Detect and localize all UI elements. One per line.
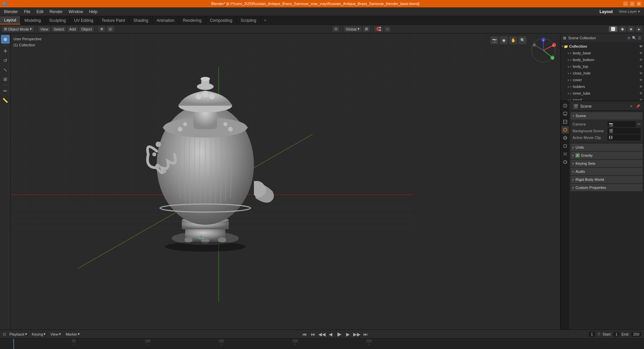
tab-rendering[interactable]: Rendering [179,16,206,24]
play-button[interactable]: ▶ [336,331,343,338]
proportional-edit-button[interactable]: ⊙ [332,26,339,32]
select-menu-button[interactable]: Select [52,27,66,32]
navigation-gizmo[interactable]: X Z Y [530,37,557,64]
item-visibility-icon[interactable]: 👁 [639,85,643,89]
menu-edit[interactable]: Edit [34,9,46,15]
outliner-filter-type-button[interactable]: ☰ [638,36,641,40]
world-props-tab[interactable] [561,134,569,142]
view-layer-props-tab[interactable] [561,118,569,126]
active-clip-field[interactable]: 🎞 [607,135,641,141]
outliner-item-close-hole[interactable]: ▸ ▿ close_hole 👁 [560,70,644,77]
move-view-button[interactable]: ✋ [509,36,517,44]
outliner-item-body-bottom[interactable]: ▸ ▿ body_bottom 👁 [560,56,644,63]
minimize-button[interactable]: – [623,1,628,6]
close-button[interactable]: ✕ [637,1,641,6]
snap-button[interactable]: 🧲 [374,26,383,32]
item-visibility-icon[interactable]: 👁 [639,71,643,75]
props-pin-button[interactable]: 📌 [636,104,640,108]
prev-frame-step-button[interactable]: ◀ [327,331,334,338]
viewport-3d[interactable]: User Perspective (1) Collection X Z [11,34,560,330]
tab-uv-editing[interactable]: UV Editing [70,16,98,24]
outliner-item-body-base[interactable]: ▸ ▿ body_base 👁 [560,50,644,56]
item-visibility-icon[interactable]: 👁 [639,51,643,55]
props-close-button[interactable]: ✕ [630,104,633,108]
playback-menu[interactable]: Playback ▾ [8,332,29,337]
render-preview-button[interactable]: ◉ [500,36,508,44]
tab-sculpting[interactable]: Sculpting [45,16,70,24]
next-frame-step-button[interactable]: ▶ [345,331,352,338]
outliner-search-button[interactable]: 🔍 [632,36,637,40]
bg-scene-field[interactable]: 🎬 [607,128,641,134]
shading-render[interactable]: ● [636,27,642,32]
scene-props-tab[interactable] [561,126,569,134]
tab-modeling[interactable]: Modeling [20,16,45,24]
cursor-tool-button[interactable]: ⊕ [1,35,10,44]
add-workspace-button[interactable]: + [261,16,270,24]
next-keyframe-button[interactable]: ⏭ [362,331,369,338]
item-visibility-icon[interactable]: 👁 [639,65,643,68]
camera-field[interactable]: 📷 [607,121,636,127]
end-frame-field[interactable]: 250 [631,332,641,337]
gravity-section-header[interactable]: ▸ ✓ Gravity [571,152,643,159]
measure-tool-button[interactable]: 📏 [1,96,10,105]
shading-solid[interactable]: ◉ [619,26,626,32]
tab-shading[interactable]: Shading [129,16,153,24]
object-props-tab[interactable] [561,142,569,150]
tab-layout[interactable]: Layout [0,16,20,24]
transform-pivot-button[interactable]: ⊞ [363,26,370,32]
add-menu-button[interactable]: Add [67,27,78,32]
output-props-tab[interactable] [561,110,569,117]
transform-tool-button[interactable]: ⊞ [1,75,10,84]
prev-keyframe-button[interactable]: ⏭ [310,331,317,338]
object-menu-button[interactable]: Object [79,27,94,32]
view-menu-timeline[interactable]: View ▾ [49,332,62,337]
tab-texture-paint[interactable]: Texture Paint [98,16,129,24]
shading-material[interactable]: ◈ [628,26,634,32]
overlay-button[interactable]: ◎ [107,26,114,32]
move-tool-button[interactable]: ✛ [1,47,10,55]
physics-props-tab[interactable] [561,158,569,166]
jump-start-button[interactable]: ⏮ [301,331,308,338]
editor-type-button[interactable]: ⊞ Object Mode ▾ [2,26,34,32]
outliner-item-holders[interactable]: ▸ ▿ holders 👁 [560,83,644,90]
menu-help[interactable]: Help [86,9,100,15]
item-visibility-icon[interactable]: 👁 [639,78,643,82]
start-frame-field[interactable]: 1 [613,332,620,337]
render-props-tab[interactable] [561,102,569,109]
viewport-gizmos-button[interactable]: ⊕ [98,26,105,32]
keying-sets-header[interactable]: ▸ Keying Sets [571,160,643,167]
global-transform-button[interactable]: Global ▾ [344,26,362,32]
item-visibility-icon[interactable]: 👁 [639,98,643,101]
menu-render[interactable]: Render [47,9,65,15]
tab-animation[interactable]: Animation [153,16,179,24]
rigid-body-header[interactable]: ▸ Rigid Body World [571,176,643,183]
view-layer-btn[interactable]: View Layer ▾ [616,9,643,14]
view-menu-button[interactable]: View [38,27,50,32]
gravity-checkbox[interactable]: ✓ [576,153,580,157]
outliner-item-inner-tube[interactable]: ▸ ▿ inner_tube 👁 [560,90,644,97]
outliner-item-spout[interactable]: ▸ ▿ spout 👁 [560,97,644,101]
particles-props-tab[interactable] [561,150,569,158]
collection-visibility-icon[interactable]: 👁 [639,45,643,48]
annotate-tool-button[interactable]: ✏ [1,87,10,95]
item-visibility-icon[interactable]: 👁 [639,58,643,62]
prev-frame-button[interactable]: ◀◀ [319,331,325,338]
tab-scripting[interactable]: Scripting [236,16,261,24]
outliner-item-body-top[interactable]: ▸ ▿ body_top 👁 [560,63,644,70]
keying-menu[interactable]: Keying ▾ [31,332,47,337]
scale-tool-button[interactable]: ⤡ [1,65,10,74]
tab-compositing[interactable]: Compositing [206,16,237,24]
outliner-collection[interactable]: ▾ 📁 Collection 👁 [560,43,644,50]
custom-props-header[interactable]: ▸ Custom Properties [571,184,643,191]
camera-view-button[interactable]: 📷 [490,36,498,44]
current-frame-field[interactable]: 1 [589,332,595,337]
outliner-item-cover[interactable]: ▸ ▿ cover 👁 [560,77,644,83]
marker-menu[interactable]: Marker ▾ [64,332,81,337]
timeline-editor-type[interactable]: ⊟ [3,332,6,337]
scene-section-header[interactable]: ▾ Scene [571,112,643,119]
proportional-size-button[interactable]: ○ [384,27,391,32]
shading-wire[interactable]: ⬜ [609,26,618,32]
rotate-tool-button[interactable]: ↺ [1,56,10,65]
menu-file[interactable]: File [21,9,33,15]
next-frame-button[interactable]: ▶▶ [354,331,360,338]
